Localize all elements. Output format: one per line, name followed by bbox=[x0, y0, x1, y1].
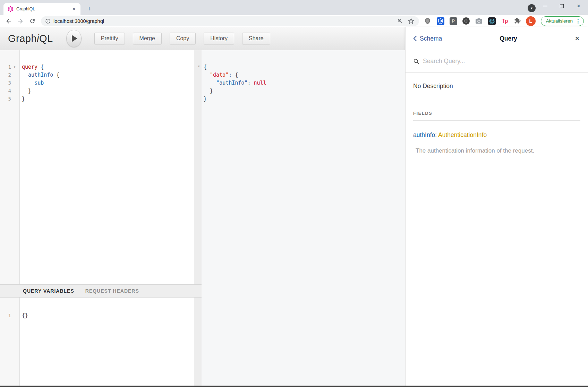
move-circle-icon[interactable] bbox=[462, 17, 471, 26]
tab-title: GraphiQL bbox=[16, 7, 71, 11]
doc-explorer-header: Schema Query ✕ bbox=[406, 27, 588, 50]
url-bar[interactable]: localhost:3000/graphql bbox=[41, 16, 419, 26]
browser-tab[interactable]: GraphiQL ✕ bbox=[3, 3, 80, 15]
react-devtools-icon[interactable] bbox=[487, 17, 496, 26]
graphiql-page: GraphiQL Prettify Merge Copy History Sha… bbox=[0, 27, 588, 387]
query-editor-code[interactable]: query { authInfo { sub }} bbox=[20, 50, 194, 284]
prettify-button[interactable]: Prettify bbox=[94, 33, 125, 44]
fields-divider bbox=[413, 120, 580, 121]
variables-editor-code[interactable]: {} bbox=[20, 298, 194, 386]
graphiql-logo: GraphiQL bbox=[8, 33, 53, 44]
ublock-shield-icon[interactable] bbox=[423, 17, 432, 26]
browser-navbar: localhost:3000/graphql P bbox=[0, 15, 588, 27]
field-entry: authInfo: AuthenticationInfo bbox=[413, 131, 580, 139]
update-button-label: Aktualisieren bbox=[546, 18, 573, 24]
tab-close-icon[interactable]: ✕ bbox=[71, 6, 77, 12]
new-tab-button[interactable]: + bbox=[84, 4, 94, 14]
search-icon bbox=[413, 58, 419, 64]
browser-menu-icon[interactable]: ⋮ bbox=[576, 18, 581, 24]
query-editor[interactable]: 1▾2345 query { authInfo { sub }} bbox=[0, 50, 202, 284]
history-button[interactable]: History bbox=[204, 33, 234, 44]
play-icon bbox=[72, 35, 77, 42]
doc-explorer: Schema Query ✕ No Description FIELDS aut… bbox=[405, 27, 588, 386]
p-extension-icon[interactable]: P bbox=[449, 17, 458, 26]
merge-button[interactable]: Merge bbox=[133, 33, 162, 44]
result-pane: ▾{ "data": { "authInfo": null }} bbox=[202, 50, 405, 386]
bookmark-star-icon[interactable] bbox=[408, 18, 414, 24]
chrome-update-chevron-icon[interactable]: ▼ bbox=[528, 4, 536, 12]
variables-editor[interactable]: 1 {} bbox=[0, 298, 202, 386]
graphiql-toolbar: GraphiQL Prettify Merge Copy History Sha… bbox=[0, 27, 405, 50]
browser-titlebar: GraphiQL ✕ + ▼ ✕ bbox=[0, 0, 588, 15]
update-browser-button[interactable]: Aktualisieren ⋮ bbox=[541, 16, 584, 26]
copy-button[interactable]: Copy bbox=[170, 33, 196, 44]
extensions-row: P Tp L Aktualisieren ⋮ bbox=[423, 16, 585, 26]
doc-search-input[interactable] bbox=[423, 58, 580, 65]
extensions-puzzle-icon[interactable] bbox=[513, 17, 522, 26]
query-editor-gutter: 1▾2345 bbox=[0, 50, 20, 284]
query-pane: 1▾2345 query { authInfo { sub }} QUERY V… bbox=[0, 50, 202, 386]
back-arrow-icon[interactable] bbox=[3, 16, 14, 26]
camera-icon[interactable] bbox=[475, 17, 484, 26]
doc-back-link[interactable]: Schema bbox=[413, 35, 442, 42]
doc-explorer-title: Query bbox=[500, 35, 517, 42]
profile-avatar[interactable]: L bbox=[526, 16, 536, 26]
forward-arrow-icon[interactable] bbox=[15, 16, 26, 26]
graphiql-workspace: GraphiQL Prettify Merge Copy History Sha… bbox=[0, 27, 405, 386]
browser-window: GraphiQL ✕ + ▼ ✕ localhost:3000/graphql bbox=[0, 0, 588, 387]
field-description: The authentication information of the re… bbox=[416, 147, 580, 154]
tp-icon[interactable]: Tp bbox=[500, 17, 509, 26]
variables-editor-gutter: 1 bbox=[0, 298, 20, 386]
chevron-left-icon bbox=[413, 36, 417, 41]
execute-query-button[interactable] bbox=[66, 30, 82, 47]
window-minimize-button[interactable] bbox=[537, 0, 553, 12]
tab-query-variables[interactable]: QUERY VARIABLES bbox=[23, 288, 74, 294]
zoom-icon[interactable] bbox=[397, 18, 403, 24]
window-maximize-button[interactable] bbox=[554, 0, 570, 12]
field-type-link[interactable]: AuthenticationInfo bbox=[438, 131, 487, 138]
url-text[interactable]: localhost:3000/graphql bbox=[53, 18, 397, 24]
page-info-icon[interactable] bbox=[45, 18, 51, 24]
bitwarden-shield-icon[interactable] bbox=[436, 17, 445, 26]
tab-request-headers[interactable]: REQUEST HEADERS bbox=[85, 288, 139, 294]
doc-search-row bbox=[406, 50, 588, 72]
reload-icon[interactable] bbox=[27, 16, 37, 26]
graphql-logo-icon bbox=[8, 6, 13, 12]
editor-scrollbar-strip[interactable] bbox=[194, 50, 202, 284]
variables-scrollbar-strip[interactable] bbox=[194, 298, 202, 386]
field-name-link[interactable]: authInfo bbox=[413, 131, 435, 138]
share-button[interactable]: Share bbox=[242, 33, 270, 44]
window-close-button[interactable]: ✕ bbox=[571, 0, 587, 12]
type-description: No Description bbox=[413, 83, 580, 90]
doc-explorer-body: No Description FIELDS authInfo: Authenti… bbox=[406, 72, 588, 154]
doc-close-icon[interactable]: ✕ bbox=[575, 35, 580, 42]
doc-back-label: Schema bbox=[420, 35, 442, 42]
secondary-editor-tabs: QUERY VARIABLES REQUEST HEADERS bbox=[0, 284, 202, 298]
fields-section-header: FIELDS bbox=[413, 111, 580, 116]
